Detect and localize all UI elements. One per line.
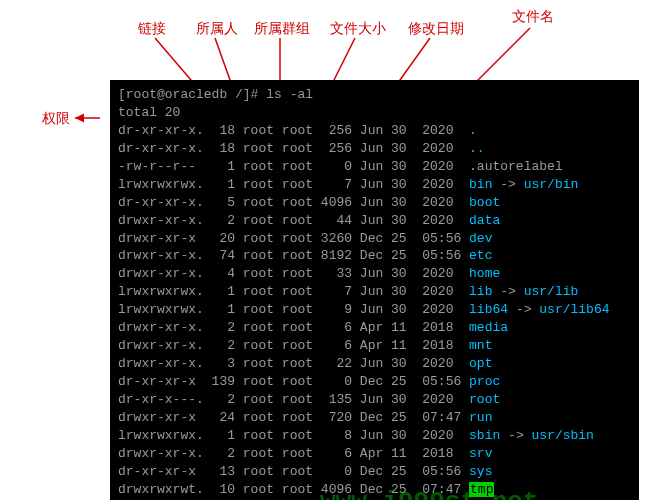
file-listing: dr-xr-xr-x. 18 root root 256 Jun 30 2020…	[118, 122, 631, 500]
total-line: total 20	[118, 105, 180, 120]
prompt-line: [root@oracledb /]# ls -al	[118, 87, 313, 102]
label-group: 所属群组	[254, 20, 310, 38]
label-owner: 所属人	[196, 20, 238, 38]
label-links: 链接	[138, 20, 166, 38]
label-date: 修改日期	[408, 20, 464, 38]
label-size: 文件大小	[330, 20, 386, 38]
terminal-output: [root@oracledb /]# ls -altotal 20dr-xr-x…	[110, 80, 639, 500]
label-filename: 文件名	[512, 8, 554, 26]
label-permission: 权限	[42, 110, 70, 128]
annotations-row: 链接 所属人 所属群组 文件大小 修改日期 文件名	[0, 0, 669, 80]
